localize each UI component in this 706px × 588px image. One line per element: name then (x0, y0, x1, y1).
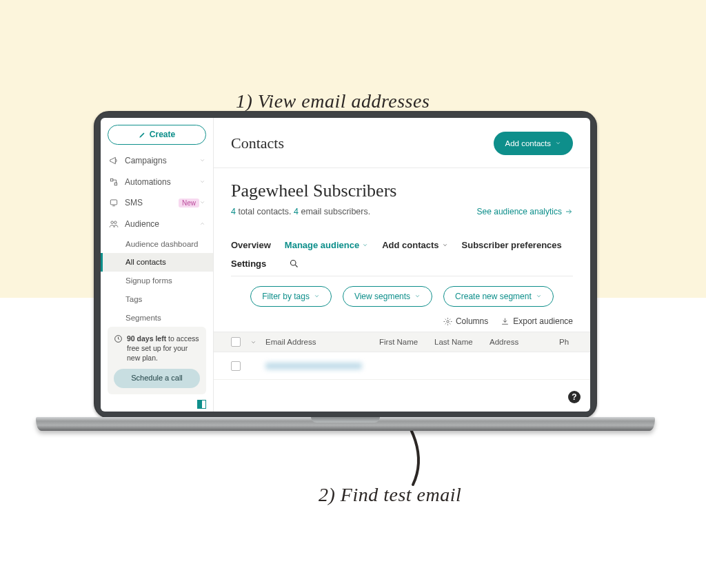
nav-label: Automations (125, 177, 199, 187)
help-button[interactable]: ? (568, 391, 581, 403)
create-button-label: Create (150, 130, 175, 139)
automations-icon (108, 177, 120, 187)
tab-label: Settings (231, 258, 266, 269)
table-header-row: Email Address First Name Last Name Addre… (214, 332, 590, 352)
export-label: Export audience (513, 316, 573, 326)
sidebar-item-all-contacts[interactable]: All contacts (101, 253, 213, 272)
pencil-icon (139, 131, 146, 139)
filter-by-tags-button[interactable]: Filter by tags (250, 286, 332, 307)
see-analytics-label: See audience analytics (477, 207, 562, 216)
nav-audience[interactable]: Audience (101, 214, 213, 235)
row-checkbox[interactable] (231, 361, 241, 371)
export-icon (501, 317, 510, 326)
nav-sms[interactable]: SMS New (101, 192, 213, 214)
tab-label: Manage audience (285, 240, 359, 250)
arrow-right-icon (565, 207, 573, 216)
tab-label: Overview (231, 240, 271, 250)
column-address[interactable]: Address (490, 338, 559, 346)
clock-icon (114, 334, 123, 343)
stats-text: 4 total contacts. 4 email subscribers. (231, 207, 370, 216)
pill-label: Create new segment (455, 292, 532, 301)
tab-add-contacts[interactable]: Add contacts (382, 240, 447, 250)
tabs-row: Overview Manage audience Add contacts Su… (214, 223, 590, 256)
promo-text: 90 days left to access free set up for y… (127, 334, 200, 363)
svg-rect-1 (114, 183, 117, 185)
audience-title: Pagewheel Subscribers (231, 181, 573, 201)
sidebar: Create Campaigns Automations SMS (101, 118, 214, 412)
audience-header: Pagewheel Subscribers 4 total contacts. … (214, 168, 590, 223)
chevron-down-icon (269, 258, 275, 269)
chevron-down-icon (414, 292, 421, 301)
chevron-up-icon (199, 219, 206, 229)
svg-rect-0 (110, 179, 113, 181)
sidebar-item-audience-dashboard[interactable]: Audience dashboard (101, 234, 213, 253)
tab-label: Add contacts (382, 240, 438, 250)
sidebar-item-signup-forms[interactable]: Signup forms (101, 272, 213, 290)
add-contacts-label: Add contacts (505, 139, 551, 148)
laptop-base (36, 417, 655, 445)
chevron-down-icon (314, 292, 320, 301)
app-screen: Create Campaigns Automations SMS (101, 118, 590, 412)
tab-subscriber-preferences[interactable]: Subscriber preferences (462, 240, 562, 250)
tab-settings[interactable]: Settings (231, 258, 275, 269)
promo-card: 90 days left to access free set up for y… (108, 327, 206, 394)
svg-point-4 (114, 221, 117, 224)
chevron-down-icon (362, 240, 368, 250)
new-badge: New (179, 199, 199, 207)
pill-label: Filter by tags (262, 292, 310, 301)
search-button[interactable] (289, 258, 299, 269)
sidebar-item-label: Signup forms (125, 276, 172, 285)
megaphone-icon (108, 156, 120, 165)
tab-label: Subscriber preferences (462, 240, 562, 250)
column-first-name[interactable]: First Name (379, 338, 434, 346)
sidebar-item-label: Audience dashboard (125, 240, 199, 248)
schedule-call-button[interactable]: Schedule a call (114, 369, 200, 388)
sidebar-item-label: Tags (125, 295, 142, 303)
svg-rect-2 (110, 200, 117, 205)
nav-label: Audience (125, 219, 199, 229)
column-email[interactable]: Email Address (265, 338, 379, 346)
tab-overview[interactable]: Overview (231, 240, 271, 250)
collapse-sidebar-button[interactable] (101, 400, 213, 412)
topbar: Contacts Add contacts (214, 118, 590, 168)
sidebar-item-label: Segments (125, 314, 161, 322)
sidebar-item-tags[interactable]: Tags (101, 290, 213, 309)
chevron-down-icon (199, 156, 206, 165)
table-row[interactable] (214, 352, 590, 380)
columns-button[interactable]: Columns (443, 316, 488, 326)
segment-pill-row: Filter by tags View segments Create new … (214, 283, 590, 315)
columns-label: Columns (456, 316, 488, 326)
svg-point-3 (111, 221, 114, 224)
main-panel: Contacts Add contacts Pagewheel Subscrib… (214, 118, 590, 412)
see-audience-analytics-link[interactable]: See audience analytics (477, 207, 573, 216)
chevron-down-icon (199, 177, 206, 187)
nav-label: Campaigns (125, 156, 199, 165)
chevron-down-icon (536, 292, 542, 301)
redacted-email (265, 363, 362, 369)
table-toolbar: Columns Export audience (214, 315, 590, 332)
export-audience-button[interactable]: Export audience (501, 316, 573, 326)
tab-manage-audience[interactable]: Manage audience (285, 240, 368, 250)
gear-icon (443, 317, 452, 326)
pill-label: View segments (354, 292, 410, 301)
nav-automations[interactable]: Automations (101, 171, 213, 192)
add-contacts-button[interactable]: Add contacts (494, 132, 573, 155)
sms-icon (108, 198, 120, 207)
column-last-name[interactable]: Last Name (434, 338, 490, 346)
nav-campaigns[interactable]: Campaigns (101, 150, 213, 172)
help-label: ? (572, 392, 576, 402)
select-all-checkbox[interactable] (231, 337, 241, 347)
sidebar-item-segments[interactable]: Segments (101, 308, 213, 327)
view-segments-button[interactable]: View segments (343, 286, 432, 307)
create-button[interactable]: Create (108, 125, 206, 145)
header-caret[interactable] (250, 339, 265, 345)
svg-point-6 (291, 261, 296, 266)
laptop-frame: Create Campaigns Automations SMS (94, 111, 598, 445)
nav-label: SMS (125, 198, 175, 207)
email-cell[interactable] (265, 363, 379, 369)
sidebar-item-label: All contacts (125, 258, 166, 266)
column-phone[interactable]: Ph (559, 338, 573, 346)
page-title: Contacts (231, 134, 284, 152)
create-new-segment-button[interactable]: Create new segment (443, 286, 554, 307)
panel-toggle-icon (197, 400, 206, 409)
